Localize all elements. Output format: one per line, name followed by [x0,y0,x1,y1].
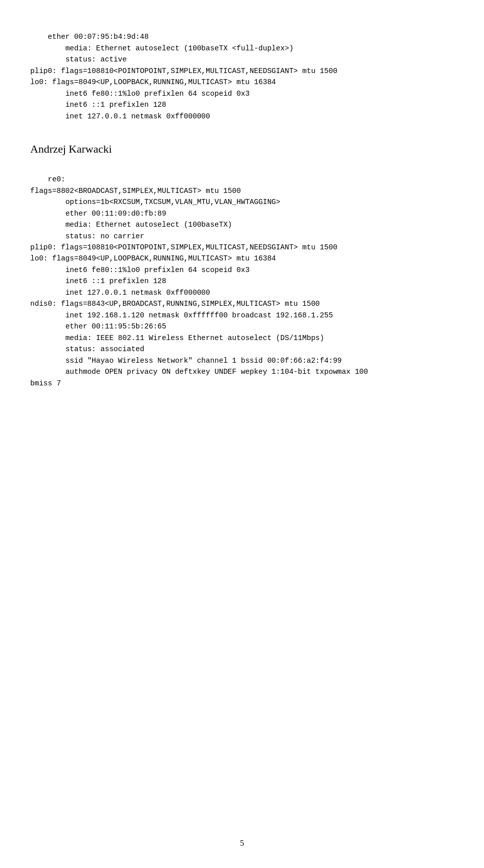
code-line: flags=8802<BROADCAST,SIMPLEX,MULTICAST> … [30,187,241,195]
page-content: ether 00:07:95:b4:9d:48 media: Ethernet … [0,0,484,441]
code-line: plip0: flags=108810<POINTOPOINT,SIMPLEX,… [30,67,337,75]
code-line: status: associated [30,345,144,353]
code-line: media: Ethernet autoselect (100baseTX) [30,221,232,229]
code-line: ether 00:07:95:b4:9d:48 [48,33,149,41]
code-line: media: Ethernet autoselect (100baseTX <f… [30,44,293,52]
code-line: inet6 ::1 prefixlen 128 [30,101,166,109]
code-line: inet6 fe80::1%lo0 prefixlen 64 scopeid 0… [30,266,250,274]
code-block-1: ether 00:07:95:b4:9d:48 media: Ethernet … [30,20,454,133]
code-line: inet 127.0.0.1 netmask 0xff000000 [30,112,210,120]
code-line: ether 00:11:09:d0:fb:89 [30,210,166,218]
code-line: media: IEEE 802.11 Wireless Ethernet aut… [30,334,324,342]
code-line: inet6 fe80::1%lo0 prefixlen 64 scopeid 0… [30,90,250,98]
code-line: bmiss 7 [30,379,61,387]
code-line: inet 127.0.0.1 netmask 0xff000000 [30,289,210,297]
code-line: ssid "Hayao Wireless Network" channel 1 … [30,357,342,365]
code-line: options=1b<RXCSUM,TXCSUM,VLAN_MTU,VLAN_H… [30,198,280,206]
code-line: inet 192.168.1.120 netmask 0xffffff00 br… [30,311,333,319]
code-line: plip0: flags=108810<POINTOPOINT,SIMPLEX,… [30,243,337,251]
code-line: ndis0: flags=8843<UP,BROADCAST,RUNNING,S… [30,300,320,308]
code-line: lo0: flags=8049<UP,LOOPBACK,RUNNING,MULT… [30,78,276,86]
code-line: ether 00:11:95:5b:26:65 [30,322,166,330]
code-line: status: no carrier [30,232,144,240]
code-block-2: re0: flags=8802<BROADCAST,SIMPLEX,MULTIC… [30,163,454,400]
code-line: inet6 ::1 prefixlen 128 [30,277,166,285]
code-line: re0: [48,175,66,183]
code-line: authmode OPEN privacy ON deftxkey UNDEF … [30,368,368,376]
author-name: Andrzej Karwacki [30,143,454,156]
code-line: lo0: flags=8049<UP,LOOPBACK,RUNNING,MULT… [30,254,276,262]
page-number: 5 [240,839,244,848]
code-line: status: active [30,55,127,63]
